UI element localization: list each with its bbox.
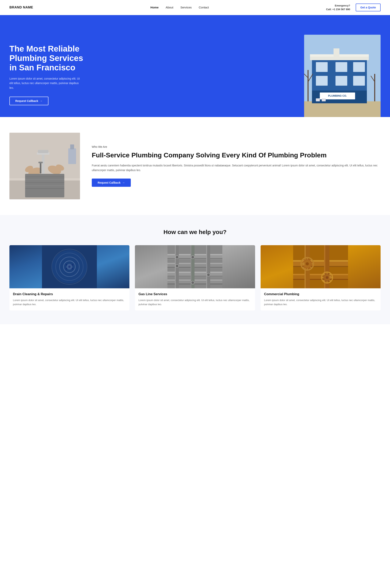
svg-rect-40 [40, 162, 41, 174]
nav-contact[interactable]: Contact [199, 6, 209, 9]
svg-rect-10 [353, 76, 365, 86]
about-callback-button[interactable]: Request Callback → [92, 179, 131, 187]
svg-rect-43 [70, 144, 74, 149]
service-desc-drain: Lorem ipsum dolor sit amet, consectetur … [13, 298, 126, 307]
emergency-label: Emergency? [326, 4, 350, 8]
svg-point-77 [176, 264, 179, 268]
nav-services[interactable]: Services [180, 6, 192, 9]
about-section: Who We Are Full-Service Plumbing Company… [0, 117, 390, 215]
hero-section: The Most Reliable Plumbing Services in S… [0, 15, 390, 117]
about-title: Full-Service Plumbing Company Solving Ev… [92, 151, 381, 159]
who-we-are-label: Who We Are [92, 145, 381, 148]
service-desc-commercial: Lorem ipsum dolor sit amet, consectetur … [264, 298, 377, 307]
svg-rect-8 [316, 76, 328, 86]
svg-rect-29 [38, 150, 49, 153]
navbar: BRAND NAME Home About Services Contact E… [0, 0, 390, 15]
hero-description: Lorem ipsum dolor sit amet, consectetur … [9, 76, 80, 90]
svg-text:PLUMBING CO.: PLUMBING CO. [328, 94, 347, 97]
navbar-right: Emergency? Call: +1 234 567 890 Get a Qu… [326, 3, 381, 11]
service-info-gas: Gas Line Services Lorem ipsum dolor sit … [135, 288, 255, 311]
svg-rect-74 [206, 245, 207, 288]
service-card-drain: Drain Cleaning & Repairs Lorem ipsum dol… [9, 245, 129, 311]
svg-rect-21 [322, 98, 326, 101]
svg-point-55 [52, 250, 87, 283]
svg-rect-14 [334, 48, 340, 58]
services-grid: Drain Cleaning & Repairs Lorem ipsum dol… [9, 245, 381, 311]
service-name-drain: Drain Cleaning & Repairs [13, 292, 126, 296]
about-content: Who We Are Full-Service Plumbing Company… [92, 145, 381, 187]
service-name-commercial: Commercial Plumbing [264, 292, 377, 296]
brand-name: BRAND NAME [9, 5, 33, 9]
services-section: How can we help you? [0, 215, 390, 324]
emergency-call: Call: +1 234 567 890 [326, 7, 350, 11]
nav-home[interactable]: Home [150, 6, 159, 9]
svg-point-75 [176, 256, 179, 259]
service-info-commercial: Commercial Plumbing Lorem ipsum dolor si… [261, 288, 381, 311]
emergency-info: Emergency? Call: +1 234 567 890 [326, 4, 350, 11]
svg-rect-7 [353, 62, 365, 72]
svg-point-78 [207, 273, 210, 276]
svg-rect-73 [207, 245, 210, 288]
service-card-gas: Gas Line Services Lorem ipsum dolor sit … [135, 245, 255, 311]
plumber-image [9, 133, 80, 199]
get-quote-button[interactable]: Get a Quote [356, 3, 381, 11]
hero-image: PLUMBING CO. [304, 35, 381, 117]
nav-about[interactable]: About [166, 6, 173, 9]
hero-callback-button[interactable]: Request Callback → [9, 97, 49, 105]
drain-image [9, 245, 129, 288]
about-image [9, 133, 80, 199]
services-title: How can we help you? [9, 229, 381, 235]
hero-building-image: PLUMBING CO. [304, 35, 381, 117]
svg-rect-42 [68, 148, 76, 164]
svg-rect-5 [316, 62, 328, 72]
about-description: Fuerat aestu carentem habentia spectent … [92, 163, 381, 173]
svg-rect-1 [304, 101, 381, 117]
service-card-commercial: Commercial Plumbing Lorem ipsum dolor si… [261, 245, 381, 311]
service-info-drain: Drain Cleaning & Repairs Lorem ipsum dol… [9, 288, 129, 311]
svg-rect-41 [39, 162, 43, 163]
hero-title: The Most Reliable Plumbing Services in S… [9, 44, 92, 73]
svg-rect-9 [336, 76, 347, 86]
svg-point-76 [191, 256, 194, 259]
svg-rect-115 [293, 245, 348, 288]
hero-content: The Most Reliable Plumbing Services in S… [9, 44, 92, 117]
gas-image [135, 245, 255, 288]
svg-rect-20 [316, 98, 320, 101]
service-desc-gas: Lorem ipsum dolor sit amet, consectetur … [139, 298, 251, 307]
commercial-image [261, 245, 381, 288]
nav-links: Home About Services Contact [150, 6, 209, 9]
svg-point-79 [191, 281, 194, 284]
svg-rect-6 [336, 62, 347, 72]
service-name-gas: Gas Line Services [139, 292, 251, 296]
